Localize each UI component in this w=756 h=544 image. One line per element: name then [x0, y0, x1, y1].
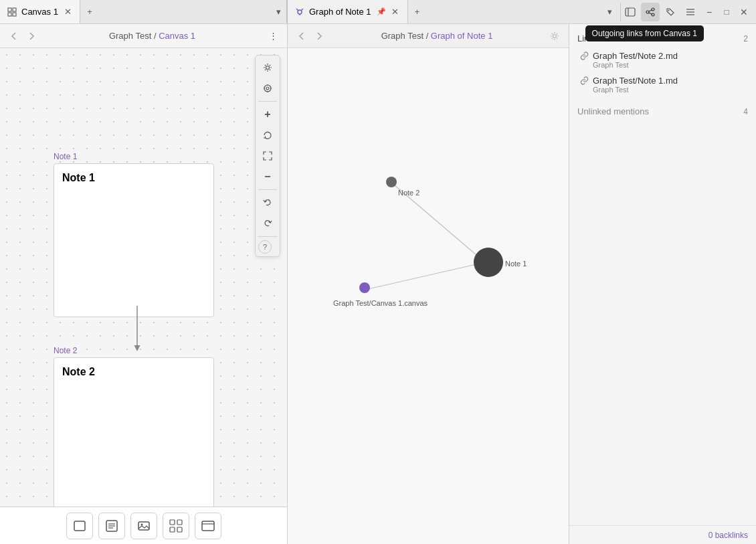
canvas-icon [7, 7, 17, 17]
tab-graph1-title: Graph of Note 1 [309, 7, 371, 17]
middle-breadcrumb: Graph Test / Graph of Note 1 [329, 31, 545, 41]
canvas-settings-btn[interactable] [258, 58, 277, 77]
canvas-fullscreen-btn[interactable] [258, 147, 277, 165]
add-card-btn[interactable] [66, 513, 93, 539]
left-more-btn[interactable]: ⋮ [266, 29, 280, 43]
tab-canvas1-close[interactable]: ✕ [62, 7, 73, 17]
middle-breadcrumb-file[interactable]: Graph of Note 1 [431, 31, 493, 41]
canvas-redo-btn[interactable] [258, 214, 277, 233]
add-note-btn[interactable] [98, 513, 125, 539]
canvas-node1-title: Note 1 [62, 172, 205, 184]
svg-rect-34 [170, 520, 175, 525]
canvas-zoom-in-btn[interactable]: + [258, 105, 277, 124]
left-breadcrumb-file[interactable]: Canvas 1 [159, 31, 195, 41]
link-icon-1 [580, 76, 589, 87]
link-icon-0 [580, 52, 589, 62]
svg-line-41 [395, 185, 485, 262]
canvas-toolbar: + − ? [255, 55, 280, 257]
left-pane: Graph Test / Canvas 1 ⋮ Note 1 Note 1 [0, 24, 288, 544]
right-pane: Links 2 Graph Test/Note 2.md Graph Test [569, 24, 756, 544]
svg-text:Graph Test/Canvas 1.canvas: Graph Test/Canvas 1.canvas [333, 299, 428, 307]
left-back-btn[interactable] [7, 29, 21, 43]
canvas-target-btn[interactable] [258, 79, 277, 98]
outgoing-links-tooltip: Outgoing links from Canvas 1 [585, 25, 704, 41]
svg-rect-38 [202, 521, 214, 531]
tab-graph1-pin: 📌 [377, 7, 386, 16]
add-media-btn[interactable] [130, 513, 157, 539]
graph-settings-btn[interactable] [547, 29, 562, 43]
minimize-btn[interactable]: − [701, 4, 717, 20]
canvas-reset-btn[interactable] [258, 126, 277, 145]
toolbar-divider2 [258, 189, 277, 190]
graph-tab-icon [294, 7, 305, 17]
canvas-node1[interactable]: Note 1 [54, 163, 214, 317]
canvas-help-btn[interactable]: ? [258, 240, 272, 254]
middle-back-btn[interactable] [294, 29, 309, 43]
svg-line-6 [301, 9, 303, 11]
canvas-node2[interactable]: Note 2 [54, 357, 214, 507]
left-forward-btn[interactable] [24, 29, 39, 43]
right-tab-add[interactable]: + [408, 0, 427, 23]
outline-btn[interactable] [681, 3, 700, 21]
svg-text:Note 2: Note 2 [398, 189, 419, 197]
middle-pane-header: Graph Test / Graph of Note 1 [288, 24, 569, 48]
svg-rect-0 [8, 8, 11, 11]
svg-line-14 [649, 13, 652, 14]
svg-point-15 [668, 9, 670, 11]
toolbar-divider3 [258, 236, 277, 237]
graph-area[interactable]: Note 2 Note 1 Graph Test/Canvas 1.canvas [288, 48, 569, 544]
svg-point-33 [140, 523, 143, 525]
link-item-1[interactable]: Graph Test/Note 1.md Graph Test [569, 72, 756, 97]
link-item-0[interactable]: Graph Test/Note 2.md Graph Test [569, 48, 756, 72]
svg-point-21 [264, 85, 271, 92]
canvas-node1-label: Note 1 [54, 152, 214, 161]
canvas-area[interactable]: Note 1 Note 1 Note 2 Note 2 [0, 48, 287, 507]
close-window-btn[interactable]: ✕ [736, 4, 752, 20]
svg-text:Note 1: Note 1 [505, 260, 527, 268]
unlinked-count: 4 [743, 107, 748, 116]
link-name-1[interactable]: Graph Test/Note 1.md [593, 76, 678, 86]
svg-point-45 [474, 248, 503, 277]
tab-graph1-close[interactable]: ✕ [390, 7, 401, 17]
tags-btn[interactable] [661, 3, 680, 21]
backlinks-count[interactable]: 0 backlinks [708, 531, 748, 540]
tab-bar: Canvas 1 ✕ + ▾ Graph of Note 1 📌 ✕ + ▾ [0, 0, 756, 24]
unlinked-title: Unlinked mentions [577, 106, 649, 116]
outgoing-links-btn[interactable] [641, 3, 660, 21]
left-tab-add[interactable]: + [80, 0, 99, 23]
toggle-panels-btn[interactable] [621, 3, 640, 21]
canvas-undo-btn[interactable] [258, 193, 277, 212]
link-info-1: Graph Test/Note 1.md Graph Test [593, 76, 678, 94]
left-tab-group: Canvas 1 ✕ + ▾ [0, 0, 288, 23]
svg-point-11 [652, 8, 654, 11]
svg-point-12 [652, 13, 654, 16]
left-pane-header: Graph Test / Canvas 1 ⋮ [0, 24, 287, 48]
middle-forward-btn[interactable] [312, 29, 326, 43]
maximize-btn[interactable]: □ [719, 4, 735, 20]
add-canvas-btn[interactable] [163, 513, 189, 539]
workspace: Graph Test / Canvas 1 ⋮ Note 1 Note 1 [0, 24, 756, 544]
svg-line-42 [368, 262, 485, 289]
svg-line-5 [296, 9, 298, 11]
svg-point-43 [386, 177, 397, 187]
svg-rect-3 [13, 13, 16, 16]
svg-rect-36 [170, 527, 175, 532]
canvas-node2-label: Note 2 [54, 346, 214, 355]
link-name-0[interactable]: Graph Test/Note 2.md [593, 51, 678, 61]
right-tab-group: Graph of Note 1 📌 ✕ + ▾ − □ ✕ [288, 0, 756, 23]
tab-graph1[interactable]: Graph of Note 1 📌 ✕ [288, 0, 408, 23]
link-folder-1: Graph Test [593, 86, 678, 94]
svg-line-13 [649, 10, 652, 11]
tab-canvas1[interactable]: Canvas 1 ✕ [0, 0, 80, 23]
add-embed-btn[interactable] [195, 513, 221, 539]
link-folder-0: Graph Test [593, 61, 678, 69]
backlinks-content: Links 2 Graph Test/Note 2.md Graph Test [569, 24, 756, 525]
canvas-zoom-out-btn[interactable]: − [258, 167, 277, 186]
left-breadcrumb: Graph Test / Canvas 1 [41, 31, 263, 41]
left-tab-dropdown[interactable]: ▾ [270, 0, 286, 23]
toolbar-divider1 [258, 101, 277, 102]
svg-rect-2 [8, 13, 11, 16]
right-tab-dropdown[interactable]: ▾ [601, 0, 618, 23]
links-section-count: 2 [743, 34, 748, 43]
tab-canvas1-title: Canvas 1 [21, 7, 58, 17]
